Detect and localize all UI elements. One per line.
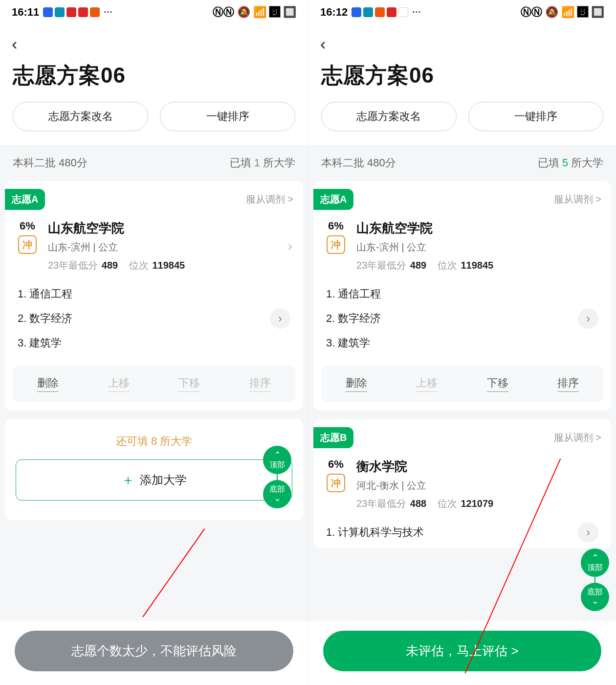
more-apps: ··· bbox=[412, 7, 421, 18]
move-up-button[interactable]: 上移 bbox=[108, 376, 130, 392]
adjust-link[interactable]: 服从调剂 > bbox=[554, 193, 601, 206]
expand-majors-button[interactable]: › bbox=[578, 522, 598, 543]
add-card: 还可填 8 所大学 ＋ 添加大学 ⌃顶部 底部⌄ bbox=[5, 419, 303, 520]
move-down-button[interactable]: 下移 bbox=[487, 376, 508, 392]
batch-bar: 本科二批 480分 已填 5 所大学 bbox=[308, 145, 616, 181]
status-icons: ⓃⓃ🔕📶🅱🔲 bbox=[521, 5, 604, 20]
page-title: 志愿方案06 bbox=[321, 61, 603, 90]
school-name: 山东航空学院 bbox=[356, 220, 600, 237]
evaluate-button[interactable]: 未评估，马上评估 > bbox=[323, 631, 601, 671]
status-time: 16:12 bbox=[320, 6, 348, 19]
school-sub: 山东-滨州 | 公立 bbox=[48, 241, 279, 254]
school-row[interactable]: 6% 冲 山东航空学院 山东-滨州 | 公立 23年最低分 489 位次 119… bbox=[313, 215, 611, 276]
risk-badge: 冲 bbox=[18, 235, 37, 254]
move-up-button[interactable]: 上移 bbox=[416, 376, 438, 392]
choice-chip: 志愿A bbox=[313, 189, 353, 210]
phone-left: 16:11 ··· ⓃⓃ🔕📶🅱🔲 ‹ 志愿方案06 志愿方案改名 一键排序 本科… bbox=[0, 0, 308, 685]
page-title: 志愿方案06 bbox=[13, 61, 295, 90]
major-list: 1. 通信工程 2. 数字经济 › 3. 建筑学 bbox=[5, 276, 303, 357]
major-item: 1. 计算机科学与技术 bbox=[326, 520, 424, 545]
batch-bar: 本科二批 480分 已填 1 所大学 bbox=[0, 145, 308, 181]
chevron-right-icon: › bbox=[288, 238, 292, 254]
more-apps: ··· bbox=[104, 7, 112, 18]
sort-button[interactable]: 一键排序 bbox=[160, 102, 295, 131]
major-item: 2. 数字经济 bbox=[326, 306, 381, 331]
score-line: 23年最低分 488 位次 121079 bbox=[356, 497, 600, 510]
risk-badge: 冲 bbox=[327, 474, 345, 492]
rename-button[interactable]: 志愿方案改名 bbox=[13, 102, 148, 131]
choice-chip: 志愿B bbox=[313, 427, 353, 448]
major-list: 1. 计算机科学与技术 › bbox=[313, 514, 611, 547]
scroll-top-button[interactable]: ⌃顶部 bbox=[263, 446, 291, 474]
app-icons bbox=[352, 7, 408, 17]
school-sub: 山东-滨州 | 公立 bbox=[356, 241, 600, 254]
major-item: 1. 通信工程 bbox=[326, 282, 598, 306]
major-item: 3. 建筑学 bbox=[326, 331, 598, 355]
probability: 6% bbox=[328, 220, 344, 232]
back-button[interactable]: ‹ bbox=[320, 34, 326, 53]
filled-count: 已填 5 所大学 bbox=[538, 156, 604, 170]
scroll-top-button[interactable]: ⌃顶部 bbox=[581, 548, 609, 577]
probability: 6% bbox=[20, 220, 35, 232]
add-label: 添加大学 bbox=[140, 472, 187, 488]
expand-majors-button[interactable]: › bbox=[578, 308, 598, 329]
choice-card-a: 志愿A 服从调剂 > 6% 冲 山东航空学院 山东-滨州 | 公立 23年最低分… bbox=[313, 181, 611, 411]
school-name: 衡水学院 bbox=[356, 458, 600, 475]
risk-badge: 冲 bbox=[327, 235, 345, 254]
scroll-bottom-button[interactable]: 底部⌄ bbox=[581, 583, 609, 611]
major-list: 1. 通信工程 2. 数字经济 › 3. 建筑学 bbox=[313, 276, 611, 357]
action-bar: 删除 上移 下移 排序 bbox=[13, 366, 295, 402]
choice-chip: 志愿A bbox=[5, 189, 45, 210]
scroll-bottom-button[interactable]: 底部⌄ bbox=[263, 480, 291, 508]
probability: 6% bbox=[328, 458, 344, 471]
major-item: 1. 通信工程 bbox=[18, 282, 290, 306]
delete-button[interactable]: 删除 bbox=[346, 376, 367, 392]
status-bar: 16:11 ··· ⓃⓃ🔕📶🅱🔲 bbox=[0, 0, 308, 23]
rename-button[interactable]: 志愿方案改名 bbox=[321, 102, 457, 131]
adjust-link[interactable]: 服从调剂 > bbox=[554, 431, 601, 444]
sort-majors-button[interactable]: 排序 bbox=[557, 376, 579, 392]
school-row[interactable]: 6% 冲 衡水学院 河北-衡水 | 公立 23年最低分 488 位次 12107… bbox=[313, 453, 611, 514]
back-button[interactable]: ‹ bbox=[12, 34, 17, 53]
score-line: 23年最低分 489 位次 119845 bbox=[48, 259, 279, 272]
phone-right: 16:12 ··· ⓃⓃ🔕📶🅱🔲 ‹ 志愿方案06 志愿方案改名 一键排序 本科… bbox=[308, 0, 616, 685]
school-row[interactable]: 6% 冲 山东航空学院 山东-滨州 | 公立 23年最低分 489 位次 119… bbox=[5, 215, 303, 276]
status-time: 16:11 bbox=[12, 6, 39, 19]
score-line: 23年最低分 489 位次 119845 bbox=[356, 259, 600, 272]
adjust-link[interactable]: 服从调剂 > bbox=[246, 193, 293, 206]
choice-card-b: 志愿B 服从调剂 > 6% 冲 衡水学院 河北-衡水 | 公立 23年最低分 4… bbox=[313, 419, 611, 548]
sort-button[interactable]: 一键排序 bbox=[468, 102, 604, 131]
filled-count: 已填 1 所大学 bbox=[230, 156, 296, 170]
status-icons: ⓃⓃ🔕📶🅱🔲 bbox=[213, 5, 296, 20]
app-icons bbox=[43, 7, 100, 17]
add-hint: 还可填 8 所大学 bbox=[16, 434, 292, 449]
batch-info: 本科二批 480分 bbox=[321, 156, 396, 170]
choice-card-a: 志愿A 服从调剂 > 6% 冲 山东航空学院 山东-滨州 | 公立 23年最低分… bbox=[5, 181, 303, 411]
status-bar: 16:12 ··· ⓃⓃ🔕📶🅱🔲 bbox=[308, 0, 616, 23]
batch-info: 本科二批 480分 bbox=[13, 156, 88, 170]
expand-majors-button[interactable]: › bbox=[270, 308, 290, 329]
major-item: 3. 建筑学 bbox=[18, 331, 290, 355]
action-bar: 删除 上移 下移 排序 bbox=[321, 366, 603, 402]
school-sub: 河北-衡水 | 公立 bbox=[356, 479, 600, 492]
add-university-button[interactable]: ＋ 添加大学 bbox=[16, 459, 292, 501]
evaluate-button-disabled: 志愿个数太少，不能评估风险 bbox=[15, 631, 293, 671]
move-down-button[interactable]: 下移 bbox=[178, 376, 200, 392]
sort-majors-button[interactable]: 排序 bbox=[249, 376, 271, 392]
major-item: 2. 数字经济 bbox=[18, 306, 72, 331]
school-name: 山东航空学院 bbox=[48, 220, 279, 237]
delete-button[interactable]: 删除 bbox=[37, 376, 59, 392]
plus-icon: ＋ bbox=[121, 471, 135, 489]
